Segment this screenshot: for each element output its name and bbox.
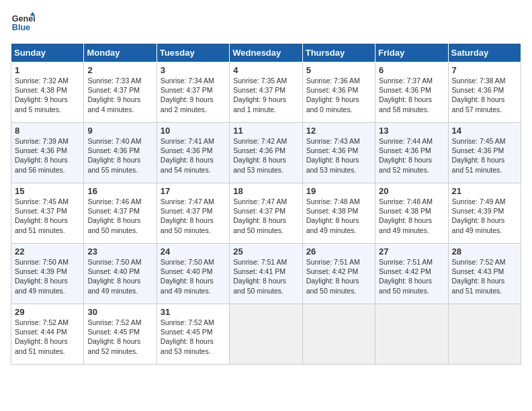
daylight-label: Daylight: 8 hours and 49 minutes. (379, 216, 432, 234)
col-header-saturday: Saturday (448, 44, 521, 62)
daylight-label: Daylight: 8 hours and 55 minutes. (87, 156, 140, 173)
day-number: 19 (306, 186, 371, 196)
cell-content: Sunrise: 7:32 AM Sunset: 4:38 PM Dayligh… (15, 76, 80, 114)
day-number: 23 (87, 246, 152, 257)
cell-content: Sunrise: 7:51 AM Sunset: 4:41 PM Dayligh… (233, 257, 298, 295)
calendar-cell: 17 Sunrise: 7:47 AM Sunset: 4:37 PM Dayl… (157, 183, 229, 244)
calendar-cell (375, 304, 448, 365)
logo-icon: General Blue (11, 11, 35, 35)
cell-content: Sunrise: 7:34 AM Sunset: 4:37 PM Dayligh… (161, 76, 226, 114)
daylight-label: Daylight: 8 hours and 54 minutes. (161, 156, 214, 173)
day-number: 20 (379, 186, 444, 196)
day-number: 11 (233, 126, 298, 136)
header: General Blue (11, 11, 521, 35)
sunset-label: Sunset: 4:37 PM (161, 207, 213, 215)
day-number: 13 (379, 126, 444, 136)
sunset-label: Sunset: 4:38 PM (15, 86, 67, 94)
sunset-label: Sunset: 4:36 PM (452, 86, 504, 94)
calendar-cell: 16 Sunrise: 7:46 AM Sunset: 4:37 PM Dayl… (84, 183, 157, 244)
calendar-cell: 25 Sunrise: 7:51 AM Sunset: 4:41 PM Dayl… (230, 244, 302, 304)
cell-content: Sunrise: 7:43 AM Sunset: 4:36 PM Dayligh… (306, 136, 371, 175)
sunrise-label: Sunrise: 7:49 AM (452, 197, 506, 205)
sunset-label: Sunset: 4:40 PM (87, 267, 140, 275)
col-header-friday: Friday (375, 44, 448, 62)
cell-content: Sunrise: 7:51 AM Sunset: 4:42 PM Dayligh… (306, 257, 371, 295)
sunrise-label: Sunrise: 7:52 AM (161, 318, 214, 326)
calendar-cell: 6 Sunrise: 7:37 AM Sunset: 4:36 PM Dayli… (375, 62, 448, 123)
sunset-label: Sunset: 4:37 PM (87, 86, 140, 94)
sunrise-label: Sunrise: 7:50 AM (15, 258, 69, 266)
sunset-label: Sunset: 4:39 PM (15, 267, 67, 275)
calendar-cell: 29 Sunrise: 7:52 AM Sunset: 4:44 PM Dayl… (11, 304, 84, 365)
sunrise-label: Sunrise: 7:38 AM (452, 77, 506, 85)
day-number: 12 (306, 126, 371, 136)
calendar-cell: 4 Sunrise: 7:35 AM Sunset: 4:37 PM Dayli… (230, 62, 302, 123)
day-number: 28 (452, 246, 517, 257)
day-number: 18 (233, 186, 298, 196)
daylight-label: Daylight: 8 hours and 52 minutes. (379, 156, 432, 173)
cell-content: Sunrise: 7:35 AM Sunset: 4:37 PM Dayligh… (233, 76, 298, 114)
sunset-label: Sunset: 4:44 PM (15, 328, 67, 336)
day-number: 29 (15, 307, 80, 317)
sunrise-label: Sunrise: 7:51 AM (379, 258, 433, 266)
col-header-tuesday: Tuesday (157, 44, 229, 62)
calendar-cell: 14 Sunrise: 7:45 AM Sunset: 4:36 PM Dayl… (448, 123, 521, 183)
day-number: 24 (161, 246, 226, 257)
daylight-label: Daylight: 9 hours and 4 minutes. (87, 95, 140, 113)
daylight-label: Daylight: 9 hours and 2 minutes. (161, 95, 214, 113)
sunset-label: Sunset: 4:36 PM (452, 146, 504, 154)
calendar-cell: 23 Sunrise: 7:50 AM Sunset: 4:40 PM Dayl… (84, 244, 157, 304)
cell-content: Sunrise: 7:52 AM Sunset: 4:45 PM Dayligh… (87, 318, 152, 356)
day-number: 26 (306, 246, 371, 257)
daylight-label: Daylight: 8 hours and 50 minutes. (233, 277, 286, 294)
calendar-cell: 24 Sunrise: 7:50 AM Sunset: 4:40 PM Dayl… (157, 244, 229, 304)
day-number: 30 (87, 307, 152, 317)
sunrise-label: Sunrise: 7:50 AM (161, 258, 214, 266)
calendar-cell: 15 Sunrise: 7:45 AM Sunset: 4:37 PM Dayl… (11, 183, 84, 244)
calendar-cell: 20 Sunrise: 7:48 AM Sunset: 4:38 PM Dayl… (375, 183, 448, 244)
daylight-label: Daylight: 8 hours and 58 minutes. (379, 95, 432, 113)
day-number: 31 (161, 307, 226, 317)
cell-content: Sunrise: 7:50 AM Sunset: 4:40 PM Dayligh… (87, 257, 152, 295)
calendar-cell (230, 304, 302, 365)
col-header-wednesday: Wednesday (230, 44, 302, 62)
daylight-label: Daylight: 8 hours and 57 minutes. (452, 95, 505, 113)
cell-content: Sunrise: 7:46 AM Sunset: 4:37 PM Dayligh… (87, 197, 152, 235)
daylight-label: Daylight: 8 hours and 49 minutes. (87, 277, 140, 294)
sunrise-label: Sunrise: 7:44 AM (379, 137, 433, 145)
sunset-label: Sunset: 4:40 PM (161, 267, 213, 275)
day-number: 4 (233, 65, 298, 75)
calendar-cell: 27 Sunrise: 7:51 AM Sunset: 4:42 PM Dayl… (375, 244, 448, 304)
cell-content: Sunrise: 7:47 AM Sunset: 4:37 PM Dayligh… (233, 197, 298, 235)
col-header-thursday: Thursday (302, 44, 375, 62)
sunrise-label: Sunrise: 7:32 AM (15, 77, 69, 85)
sunrise-label: Sunrise: 7:33 AM (87, 77, 141, 85)
sunrise-label: Sunrise: 7:45 AM (452, 137, 506, 145)
day-number: 3 (161, 65, 226, 75)
daylight-label: Daylight: 8 hours and 51 minutes. (452, 277, 505, 294)
sunset-label: Sunset: 4:38 PM (379, 207, 431, 215)
logo: General Blue (11, 11, 35, 35)
cell-content: Sunrise: 7:38 AM Sunset: 4:36 PM Dayligh… (452, 76, 517, 114)
sunset-label: Sunset: 4:36 PM (233, 146, 285, 154)
sunset-label: Sunset: 4:43 PM (452, 267, 504, 275)
cell-content: Sunrise: 7:36 AM Sunset: 4:36 PM Dayligh… (306, 76, 371, 114)
sunset-label: Sunset: 4:45 PM (87, 328, 140, 336)
cell-content: Sunrise: 7:41 AM Sunset: 4:36 PM Dayligh… (161, 136, 226, 175)
sunset-label: Sunset: 4:37 PM (233, 207, 285, 215)
sunrise-label: Sunrise: 7:40 AM (87, 137, 141, 145)
calendar-cell (302, 304, 375, 365)
day-number: 9 (87, 126, 152, 136)
sunrise-label: Sunrise: 7:47 AM (233, 197, 287, 205)
cell-content: Sunrise: 7:37 AM Sunset: 4:36 PM Dayligh… (379, 76, 444, 114)
cell-content: Sunrise: 7:50 AM Sunset: 4:40 PM Dayligh… (161, 257, 226, 295)
calendar-cell: 19 Sunrise: 7:48 AM Sunset: 4:38 PM Dayl… (302, 183, 375, 244)
calendar-cell: 22 Sunrise: 7:50 AM Sunset: 4:39 PM Dayl… (11, 244, 84, 304)
sunrise-label: Sunrise: 7:39 AM (15, 137, 69, 145)
sunset-label: Sunset: 4:41 PM (233, 267, 285, 275)
sunrise-label: Sunrise: 7:48 AM (306, 197, 360, 205)
sunrise-label: Sunrise: 7:48 AM (379, 197, 433, 205)
daylight-label: Daylight: 8 hours and 51 minutes. (15, 337, 68, 355)
sunset-label: Sunset: 4:38 PM (306, 207, 359, 215)
daylight-label: Daylight: 8 hours and 49 minutes. (452, 216, 505, 234)
